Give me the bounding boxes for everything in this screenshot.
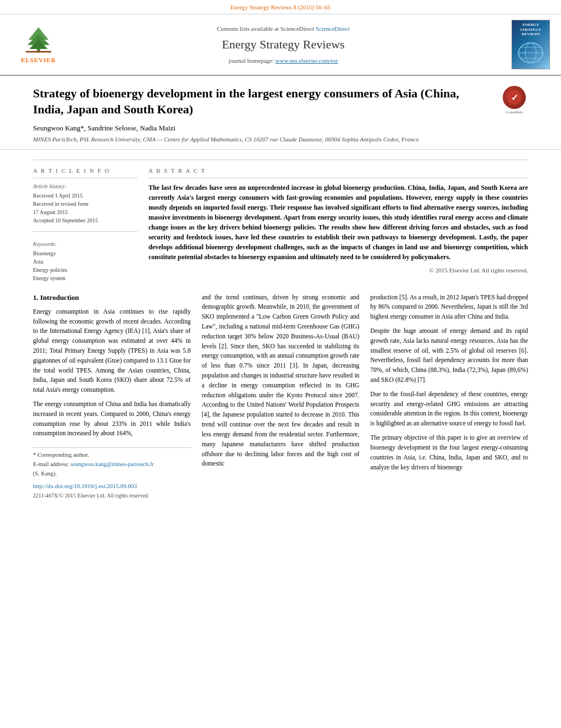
journal-header: ELSEVIER Contents lists available at Sci… [0, 14, 561, 76]
received-revised-label: Received in revised form [33, 200, 138, 208]
keyword-1: Bioenergy [33, 250, 138, 258]
crossmark-logo-icon: ✓ [507, 90, 522, 105]
revised-date: 17 August 2015 [33, 209, 138, 216]
corresponding-author-note: * Corresponding author. [33, 451, 191, 459]
abstract-panel: A B S T R A C T The last few decades hav… [148, 167, 528, 282]
crossmark-section[interactable]: ✓ CrossMark [501, 86, 528, 116]
body-right-column: production [5]. As a result, in 2012 Jap… [370, 293, 528, 500]
issn-line: 2211-467X/© 2015 Elsevier Ltd. All right… [33, 492, 191, 500]
intro-para-1: Energy consumption in Asia continues to … [33, 307, 191, 395]
keywords-section: Keywords: Bioenergy Asia Energy policies… [33, 231, 138, 282]
introduction-heading: 1. Introduction [33, 293, 191, 303]
info-abstract-row: A R T I C L E I N F O Article history: R… [33, 160, 528, 282]
sciencedirect-link[interactable]: ScienceDirect [316, 25, 350, 32]
crossmark-icon[interactable]: ✓ [503, 86, 526, 109]
article-title: Strategy of bioenergy development in the… [33, 86, 501, 117]
journal-cover-image: ENERGY STRATEGY REVIEWS [512, 20, 550, 69]
doi-line: http://dx.doi.org/10.1016/j.esr.2015.09.… [33, 482, 191, 490]
author-name-note: (S. Kang). [33, 470, 191, 478]
elsevier-logo-section: ELSEVIER [11, 25, 66, 64]
article-title-row: Strategy of bioenergy development in the… [33, 86, 528, 117]
journal-title: Energy Strategy Reviews [72, 36, 495, 53]
email-footnote: E-mail address: seungwoo.kang@mines-pari… [33, 461, 191, 469]
author-email-link[interactable]: seungwoo.kang@mines-paristech.fr [70, 461, 153, 467]
right-para-1: production [5]. As a result, in 2012 Jap… [370, 293, 528, 322]
body-left-column: 1. Introduction Energy consumption in As… [33, 293, 191, 500]
abstract-text: The last few decades have seen an unprec… [148, 183, 528, 262]
history-label: Article history: [33, 183, 138, 190]
journal-cover-section: ENERGY STRATEGY REVIEWS [501, 20, 550, 69]
journal-homepage-line: journal homepage: www.ees.elsevier.com/e… [72, 57, 495, 65]
accepted-date: Accepted 10 September 2015 [33, 217, 138, 225]
main-content: A R T I C L E I N F O Article history: R… [0, 150, 561, 505]
journal-title-section: Contents lists available at ScienceDirec… [72, 25, 495, 65]
svg-rect-4 [26, 51, 51, 53]
elsevier-brand-text: ELSEVIER [21, 56, 56, 64]
article-info-panel: A R T I C L E I N F O Article history: R… [33, 167, 138, 282]
keyword-4: Energy system [33, 275, 138, 282]
journal-citation: Energy Strategy Reviews 8 (2015) 56–65 [0, 0, 561, 14]
article-info-heading: A R T I C L E I N F O [33, 167, 138, 178]
received-date: Received 1 April 2015 [33, 192, 138, 200]
contents-available-line: Contents lists available at ScienceDirec… [72, 25, 495, 33]
keyword-2: Asia [33, 258, 138, 266]
article-affiliation: MINES ParisTech, PSL Research University… [33, 135, 528, 144]
elsevier-logo: ELSEVIER [11, 25, 66, 64]
body-middle-column: and the trend continues, driven by stron… [202, 293, 360, 500]
right-para-4: The primary objective of this paper is t… [370, 433, 528, 472]
elsevier-tree-icon [16, 25, 61, 55]
journal-homepage-link[interactable]: www.ees.elsevier.com/esr [276, 57, 338, 64]
article-authors: Seungwoo Kang*, Sandrine Selosse, Nadia … [33, 123, 528, 133]
right-para-2: Despite the huge amount of energy demand… [370, 326, 528, 385]
middle-para-1: and the trend continues, driven by stron… [202, 293, 360, 469]
doi-link[interactable]: http://dx.doi.org/10.1016/j.esr.2015.09.… [33, 483, 137, 489]
body-content: 1. Introduction Energy consumption in As… [33, 293, 528, 500]
keyword-3: Energy policies [33, 266, 138, 274]
intro-para-2: The energy consumption of China and Indi… [33, 399, 191, 439]
abstract-heading: A B S T R A C T [148, 167, 528, 178]
cover-title-text: ENERGY STRATEGY REVIEWS [514, 23, 547, 36]
footnote-section: * Corresponding author. E-mail address: … [33, 447, 191, 478]
cover-globe-icon [514, 39, 547, 67]
article-header: Strategy of bioenergy development in the… [0, 76, 561, 150]
crossmark-label: CrossMark [505, 110, 522, 116]
copyright-line: © 2015 Elsevier Ltd. All rights reserved… [148, 266, 528, 275]
right-para-3: Due to the fossil-fuel dependency of the… [370, 390, 528, 429]
svg-text:✓: ✓ [511, 93, 518, 102]
keywords-label: Keywords: [33, 240, 138, 248]
